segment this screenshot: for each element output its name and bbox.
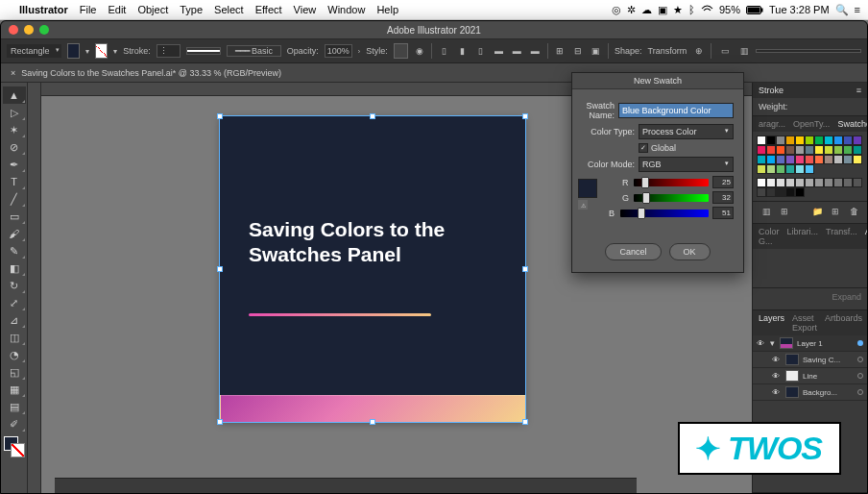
shaper-tool[interactable]: ✎ — [3, 242, 26, 259]
close-tab-button[interactable]: × — [11, 68, 15, 78]
panel-tab-align[interactable]: Align — [865, 227, 867, 246]
swatch[interactable] — [757, 178, 766, 187]
pathfinder-icon[interactable]: ▣ — [590, 43, 602, 59]
swatch[interactable] — [757, 145, 766, 155]
global-checkbox[interactable]: ✓ — [639, 143, 648, 153]
swatch[interactable] — [776, 155, 785, 164]
b-slider[interactable] — [620, 210, 709, 217]
line-tool[interactable]: ╱ — [3, 190, 26, 208]
menubar-tray-icon[interactable]: ★ — [673, 4, 683, 16]
g-slider[interactable] — [634, 194, 709, 202]
wifi-icon[interactable] — [701, 5, 713, 14]
swatch[interactable] — [824, 136, 833, 145]
color-mode-select[interactable]: RGB — [639, 157, 734, 172]
scale-tool[interactable]: ⤢ — [3, 294, 26, 311]
swatch[interactable] — [795, 164, 805, 174]
free-transform-tool[interactable]: ◫ — [3, 329, 26, 346]
panel-tab-stroke[interactable]: Stroke — [759, 86, 784, 95]
stroke-weight-input[interactable]: ⋮ — [157, 44, 181, 58]
perspective-tool[interactable]: ◱ — [3, 363, 26, 381]
swatch[interactable] — [785, 155, 795, 164]
selection-handle[interactable] — [522, 266, 528, 272]
transform-label[interactable]: Transform — [648, 46, 687, 56]
eyedropper-tool[interactable]: ✐ — [3, 415, 26, 432]
swatch[interactable] — [805, 145, 814, 155]
menu-effect[interactable]: Effect — [255, 4, 282, 15]
swatch[interactable] — [824, 145, 833, 155]
layer-row[interactable]: 👁 Line — [753, 368, 867, 384]
swatch[interactable] — [757, 187, 766, 197]
clock[interactable]: Tue 3:28 PM — [769, 4, 830, 15]
brush-definition-dropdown[interactable]: ━━━ Basic — [227, 45, 281, 57]
selection-type-dropdown[interactable]: Rectangle — [7, 44, 61, 58]
swatch[interactable] — [757, 164, 766, 174]
disclosure-icon[interactable]: ▾ — [770, 338, 776, 348]
menubar-tray-icon[interactable]: ▣ — [658, 4, 667, 16]
align-left-icon[interactable]: ▯ — [438, 43, 450, 59]
swatch[interactable] — [785, 136, 795, 145]
layer-name[interactable]: Line — [803, 372, 854, 381]
swatch[interactable] — [795, 155, 805, 164]
swatch[interactable] — [776, 145, 785, 155]
width-tool[interactable]: ⊿ — [3, 311, 26, 329]
swatch[interactable] — [785, 187, 795, 197]
selection-handle[interactable] — [217, 419, 223, 425]
swatch[interactable] — [766, 136, 776, 145]
recolor-icon[interactable]: ◉ — [414, 43, 426, 59]
color-type-select[interactable]: Process Color — [639, 124, 734, 139]
shape-label[interactable]: Shape: — [615, 46, 642, 56]
visibility-toggle-icon[interactable]: 👁 — [772, 372, 782, 381]
app-name[interactable]: Illustrator — [19, 4, 68, 15]
panel-tab-transform[interactable]: Transf... — [826, 227, 857, 246]
swatch[interactable] — [814, 136, 824, 145]
selection-handle[interactable] — [217, 113, 223, 119]
menubar-tray-icon[interactable]: ☁︎ — [641, 4, 652, 16]
visibility-toggle-icon[interactable]: 👁 — [757, 339, 766, 348]
paintbrush-tool[interactable]: 🖌 — [3, 225, 26, 242]
swatch[interactable] — [843, 145, 853, 155]
panel-tab-swatches[interactable]: Swatches — [837, 119, 867, 129]
document-tab-title[interactable]: Saving Colors to the Swatches Panel.ai* … — [21, 68, 281, 78]
swatch-library-icon[interactable]: ▥ — [759, 204, 774, 219]
align-top-icon[interactable]: ▬ — [493, 43, 505, 59]
visibility-toggle-icon[interactable]: 👁 — [772, 356, 782, 364]
menu-select[interactable]: Select — [214, 4, 244, 15]
zoom-window-button[interactable] — [39, 25, 49, 35]
selection-handle[interactable] — [217, 266, 223, 272]
swatch[interactable] — [766, 145, 776, 155]
menu-view[interactable]: View — [294, 4, 317, 15]
swatch[interactable] — [766, 164, 776, 174]
menu-window[interactable]: Window — [327, 4, 365, 15]
align-center-v-icon[interactable]: ▬ — [511, 43, 523, 59]
new-color-group-icon[interactable]: 📁 — [809, 204, 825, 219]
swatch-name-input[interactable] — [618, 103, 734, 118]
panel-tab-colorguide[interactable]: Color G... — [759, 227, 780, 246]
shape-builder-tool[interactable]: ◔ — [3, 346, 26, 363]
swatch[interactable] — [776, 136, 785, 145]
fill-stroke-indicator[interactable] — [4, 436, 25, 457]
swatch[interactable] — [757, 155, 766, 164]
menu-type[interactable]: Type — [180, 4, 203, 15]
swatch[interactable] — [833, 145, 843, 155]
swatch[interactable] — [776, 164, 785, 174]
expand-label[interactable]: Expand — [832, 292, 861, 306]
swatch[interactable] — [833, 155, 843, 164]
spotlight-icon[interactable]: 🔍 — [835, 4, 849, 16]
menubar-tray-icon[interactable]: ✲ — [627, 4, 636, 16]
swatch[interactable] — [853, 178, 862, 187]
swatch[interactable] — [805, 178, 814, 187]
g-value[interactable]: 32 — [712, 191, 734, 204]
isolation-icon[interactable]: ⊕ — [692, 43, 705, 59]
target-icon[interactable] — [857, 357, 863, 362]
selection-handle[interactable] — [370, 113, 375, 119]
cancel-button[interactable]: Cancel — [605, 243, 661, 260]
menu-file[interactable]: File — [80, 4, 97, 15]
swatch[interactable] — [785, 164, 795, 174]
selection-handle[interactable] — [522, 113, 528, 119]
align-center-h-icon[interactable]: ▮ — [456, 43, 469, 59]
target-icon[interactable] — [857, 389, 863, 395]
panel-menu-icon[interactable]: ≡ — [856, 86, 861, 95]
layer-name[interactable]: Backgro... — [803, 388, 854, 397]
swatch[interactable] — [805, 164, 814, 174]
swatch[interactable] — [805, 155, 814, 164]
